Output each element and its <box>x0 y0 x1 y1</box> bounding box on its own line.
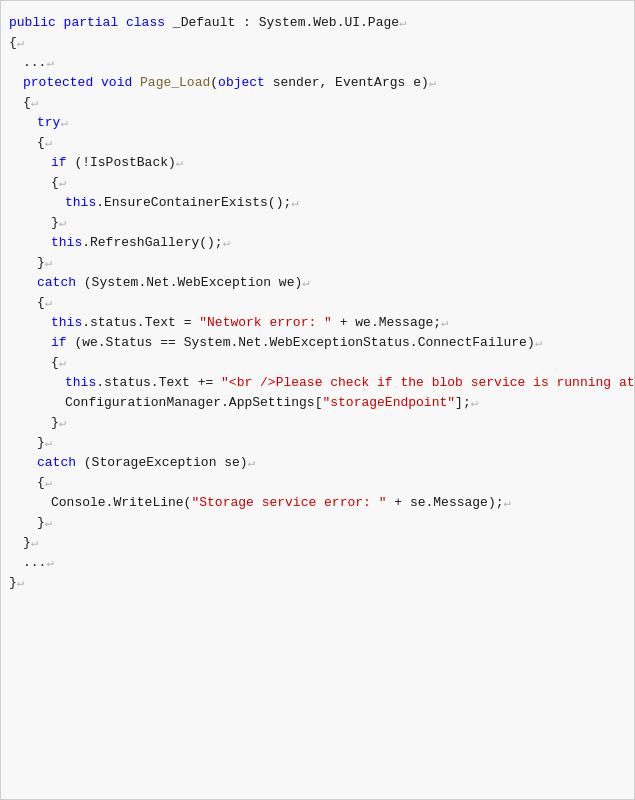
code-line: }↵ <box>1 513 634 533</box>
code-token: } <box>51 213 59 233</box>
code-token: ↵ <box>429 73 436 93</box>
code-token <box>93 73 101 93</box>
code-line: this.EnsureContainerExists();↵ <box>1 193 634 213</box>
code-line: {↵ <box>1 93 634 113</box>
code-line: this.status.Text += "<br />Please check … <box>1 373 634 393</box>
code-token: ↵ <box>46 553 53 573</box>
code-token: (StorageException se) <box>76 453 248 473</box>
code-token: { <box>37 133 45 153</box>
code-token: if <box>51 333 67 353</box>
code-token: try <box>37 113 60 133</box>
code-line: {↵ <box>1 293 634 313</box>
code-token: ↵ <box>176 153 183 173</box>
code-editor: public partial class _Default : System.W… <box>0 0 635 800</box>
code-line: Console.WriteLine("Storage service error… <box>1 493 634 513</box>
code-token: catch <box>37 273 76 293</box>
code-line: ConfigurationManager.AppSettings["storag… <box>1 393 634 413</box>
code-token: ↵ <box>504 493 511 513</box>
code-token: .status.Text = <box>82 313 199 333</box>
code-token: ↵ <box>59 173 66 193</box>
code-token: ↵ <box>45 293 52 313</box>
code-line: ...↵ <box>1 53 634 73</box>
code-line: catch (System.Net.WebException we)↵ <box>1 273 634 293</box>
code-token: ↵ <box>17 33 24 53</box>
code-token: ↵ <box>45 473 52 493</box>
code-line: }↵ <box>1 413 634 433</box>
code-line: catch (StorageException se)↵ <box>1 453 634 473</box>
code-token: catch <box>37 453 76 473</box>
code-token: Page_Load <box>140 73 210 93</box>
code-line: public partial class _Default : System.W… <box>1 13 634 33</box>
code-token: ↵ <box>45 253 52 273</box>
code-line: {↵ <box>1 173 634 193</box>
code-token: ↵ <box>59 353 66 373</box>
code-token: ... <box>23 553 46 573</box>
code-token: sender, EventArgs e) <box>265 73 429 93</box>
code-token: ↵ <box>45 133 52 153</box>
code-token: _Default <box>173 13 235 33</box>
code-token: "Storage service error: " <box>191 493 386 513</box>
code-line: }↵ <box>1 573 634 593</box>
code-token: (!IsPostBack) <box>67 153 176 173</box>
code-token: } <box>37 433 45 453</box>
code-token: } <box>51 413 59 433</box>
code-token: if <box>51 153 67 173</box>
code-line: {↵ <box>1 133 634 153</box>
code-token: "Network error: " <box>199 313 332 333</box>
code-token: ↵ <box>17 573 24 593</box>
code-line: this.RefreshGallery();↵ <box>1 233 634 253</box>
code-line: {↵ <box>1 473 634 493</box>
code-token: ( <box>210 73 218 93</box>
code-token: ConfigurationManager.AppSettings[ <box>65 393 322 413</box>
code-line: {↵ <box>1 353 634 373</box>
code-token: ↵ <box>535 333 542 353</box>
code-token: } <box>37 253 45 273</box>
code-token: ↵ <box>59 413 66 433</box>
code-token: public partial class <box>9 13 173 33</box>
code-token: } <box>9 573 17 593</box>
code-token: this <box>51 313 82 333</box>
code-token: (we.Status == System.Net.WebExceptionSta… <box>67 333 535 353</box>
code-line: }↵ <box>1 433 634 453</box>
code-token: { <box>37 473 45 493</box>
code-token: ... <box>23 53 46 73</box>
code-line: }↵ <box>1 213 634 233</box>
code-token <box>132 73 140 93</box>
code-token: (System.Net.WebException we) <box>76 273 302 293</box>
code-token: protected <box>23 73 93 93</box>
code-token: ↵ <box>31 533 38 553</box>
code-token: ↵ <box>45 513 52 533</box>
code-token: ↵ <box>291 193 298 213</box>
code-token: .status.Text += <box>96 373 221 393</box>
code-token: { <box>37 293 45 313</box>
code-token: ↵ <box>59 213 66 233</box>
code-line: }↵ <box>1 253 634 273</box>
code-token: .EnsureContainerExists(); <box>96 193 291 213</box>
code-token: } <box>37 513 45 533</box>
code-line: {↵ <box>1 33 634 53</box>
code-line: ...↵ <box>1 553 634 573</box>
code-token: + se.Message); <box>386 493 503 513</box>
code-line: protected void Page_Load(object sender, … <box>1 73 634 93</box>
code-token: { <box>9 33 17 53</box>
code-token: ]; <box>455 393 471 413</box>
code-line: if (we.Status == System.Net.WebException… <box>1 333 634 353</box>
code-token: ↵ <box>302 273 309 293</box>
code-token: "storageEndpoint" <box>322 393 455 413</box>
code-token: Console.WriteLine( <box>51 493 191 513</box>
code-line: this.status.Text = "Network error: " + w… <box>1 313 634 333</box>
code-token: this <box>65 373 96 393</box>
code-token: "<br />Please check if the blob service … <box>221 373 635 393</box>
code-token: .RefreshGallery(); <box>82 233 222 253</box>
code-token: ↵ <box>60 113 67 133</box>
code-line: try↵ <box>1 113 634 133</box>
code-token: ↵ <box>471 393 478 413</box>
code-token: ↵ <box>248 453 255 473</box>
code-token: ↵ <box>45 433 52 453</box>
code-token: ↵ <box>223 233 230 253</box>
code-token: + we.Message; <box>332 313 441 333</box>
code-line: }↵ <box>1 533 634 553</box>
code-token: this <box>65 193 96 213</box>
code-token: : System.Web.UI.Page <box>235 13 399 33</box>
code-token: { <box>51 353 59 373</box>
